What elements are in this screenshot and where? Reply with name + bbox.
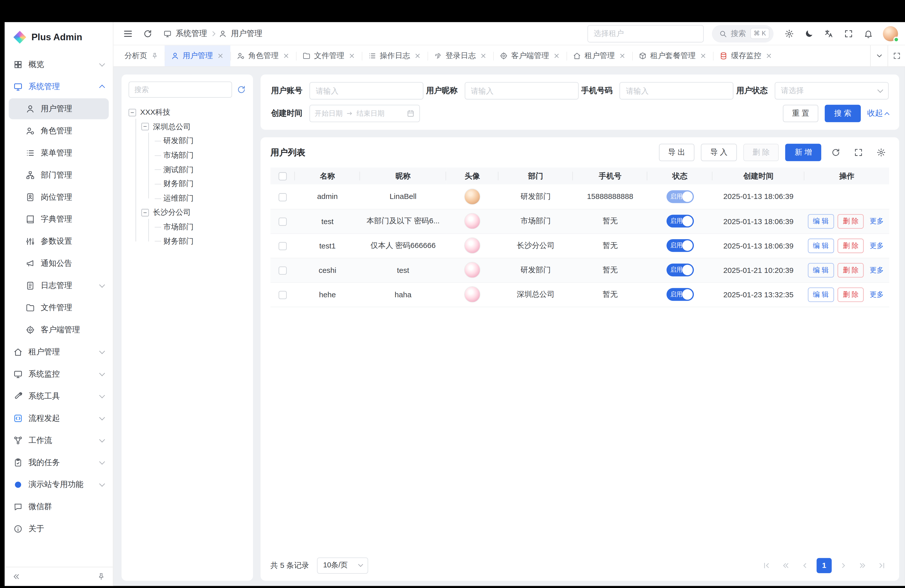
sidebar-item-wechat-group[interactable]: 微信群 — [5, 496, 113, 518]
sidebar-item-client-mgmt[interactable]: 客户端管理 — [5, 319, 113, 341]
row-checkbox[interactable] — [279, 242, 287, 250]
date-range-picker[interactable]: 开始日期 结束日期 — [310, 105, 420, 122]
account-input[interactable] — [310, 82, 423, 99]
page-number-current[interactable]: 1 — [816, 558, 832, 573]
row-checkbox[interactable] — [279, 193, 287, 201]
tenant-select-input[interactable] — [587, 25, 703, 42]
row-checkbox[interactable] — [279, 218, 287, 226]
tree-node-root[interactable]: XXX科技 — [129, 105, 246, 120]
row-checkbox[interactable] — [279, 266, 287, 274]
breadcrumb-parent[interactable]: 系统管理 — [176, 28, 207, 39]
close-icon[interactable] — [414, 52, 421, 59]
refresh-page-icon[interactable] — [140, 26, 156, 41]
sidebar-item-dict-mgmt[interactable]: 字典管理 — [5, 208, 113, 230]
nickname-input[interactable] — [465, 82, 578, 99]
prev-page-button[interactable] — [797, 558, 813, 573]
edit-button[interactable]: 编 辑 — [808, 287, 834, 302]
import-button[interactable]: 导 入 — [701, 144, 737, 161]
delete-row-button[interactable]: 删 除 — [838, 263, 864, 277]
status-toggle[interactable]: 启用 — [666, 190, 694, 203]
hamburger-menu-icon[interactable] — [121, 26, 135, 41]
sidebar-item-user-mgmt[interactable]: 用户管理 — [9, 99, 109, 119]
tab-operation-log[interactable]: 操作日志 — [362, 45, 427, 66]
sidebar-item-about[interactable]: 关于 — [5, 518, 113, 540]
more-button[interactable]: 更多 — [867, 287, 886, 302]
status-toggle[interactable]: 启用 — [666, 288, 694, 301]
export-button[interactable]: 导 出 — [659, 144, 695, 161]
collapse-box-icon[interactable] — [141, 209, 149, 216]
delete-row-button[interactable]: 删 除 — [838, 287, 864, 302]
reset-button[interactable]: 重 置 — [783, 105, 819, 122]
sidebar-item-demo-features[interactable]: 演示站专用功能 — [5, 474, 113, 496]
close-icon[interactable] — [700, 52, 707, 59]
more-button[interactable]: 更多 — [867, 238, 886, 253]
delete-row-button[interactable]: 删 除 — [838, 214, 864, 228]
global-search-button[interactable]: 搜索 ⌘ K — [712, 25, 773, 42]
tabs-fullscreen-icon[interactable] — [888, 45, 905, 66]
page-size-select[interactable]: 10条/页 — [317, 557, 368, 574]
sidebar-item-log-mgmt[interactable]: 日志管理 — [5, 275, 113, 297]
tab-file-mgmt[interactable]: 文件管理 — [296, 45, 362, 66]
language-icon[interactable] — [821, 26, 837, 41]
tab-tenant-mgmt[interactable]: 租户管理 — [566, 45, 632, 66]
sidebar-item-workflow[interactable]: 工作流 — [5, 429, 113, 451]
dark-mode-moon-icon[interactable] — [802, 26, 816, 41]
tab-login-log[interactable]: 登录日志 — [427, 45, 493, 66]
tab-role-mgmt[interactable]: 角色管理 — [230, 45, 296, 66]
close-icon[interactable] — [348, 52, 356, 59]
tabs-overflow-chevron-icon[interactable] — [870, 45, 888, 66]
select-all-checkbox[interactable] — [279, 172, 287, 180]
edit-button[interactable]: 编 辑 — [808, 263, 834, 277]
sidebar-item-menu-mgmt[interactable]: 菜单管理 — [5, 142, 113, 164]
edit-button[interactable]: 编 辑 — [808, 214, 834, 228]
close-icon[interactable] — [765, 52, 773, 59]
sidebar-item-overview[interactable]: 概览 — [5, 54, 113, 76]
tab-client-mgmt[interactable]: 客户端管理 — [493, 45, 567, 66]
sidebar-item-process-start[interactable]: 流程发起 — [5, 407, 113, 429]
sidebar-item-param-settings[interactable]: 参数设置 — [5, 230, 113, 253]
row-checkbox[interactable] — [279, 291, 287, 299]
tree-node-branch[interactable]: 长沙分公司 — [141, 205, 246, 220]
delete-row-button[interactable]: 删 除 — [838, 238, 864, 253]
table-refresh-icon[interactable] — [827, 145, 844, 161]
add-button[interactable]: 新 增 — [785, 144, 821, 161]
sidebar-item-tenant-mgmt[interactable]: 租户管理 — [5, 341, 113, 363]
user-avatar[interactable] — [883, 26, 898, 41]
pin-icon[interactable] — [151, 52, 158, 59]
sidebar-item-post-mgmt[interactable]: 岗位管理 — [5, 186, 113, 208]
tree-node-leaf[interactable]: 运维部门 — [154, 191, 246, 205]
tree-search-input[interactable] — [129, 81, 232, 98]
close-icon[interactable] — [480, 52, 487, 59]
search-button[interactable]: 搜 索 — [825, 105, 861, 122]
sidebar-item-dept-mgmt[interactable]: 部门管理 — [5, 164, 113, 186]
tab-user-mgmt[interactable]: 用户管理 — [165, 45, 230, 66]
first-page-button[interactable] — [759, 558, 774, 573]
tree-node-branch[interactable]: 深圳总公司 — [141, 120, 246, 134]
last-page-button[interactable] — [874, 558, 889, 573]
close-icon[interactable] — [283, 52, 290, 59]
fullscreen-icon[interactable] — [841, 26, 856, 41]
delete-button[interactable]: 删 除 — [743, 144, 779, 161]
prev-jump-button[interactable] — [778, 558, 793, 573]
tree-node-leaf[interactable]: 市场部门 — [154, 220, 246, 234]
collapse-sidebar-icon[interactable] — [12, 572, 21, 580]
sidebar-item-file-mgmt[interactable]: 文件管理 — [5, 297, 113, 319]
tab-analysis[interactable]: 分析页 — [118, 45, 165, 66]
gear-icon[interactable] — [781, 26, 797, 41]
status-toggle[interactable]: 启用 — [666, 239, 694, 252]
phone-input[interactable] — [620, 82, 734, 99]
pin-sidebar-icon[interactable] — [97, 572, 105, 580]
tree-refresh-icon[interactable] — [237, 85, 246, 94]
sidebar-item-my-tasks[interactable]: 我的任务 — [5, 451, 113, 474]
column-settings-gear-icon[interactable] — [873, 145, 889, 161]
tree-node-leaf[interactable]: 财务部门 — [154, 177, 246, 191]
status-select[interactable]: 请选择 — [775, 82, 889, 99]
bell-icon[interactable] — [861, 26, 876, 41]
sidebar-item-system-tools[interactable]: 系统工具 — [5, 385, 113, 407]
close-icon[interactable] — [217, 52, 224, 59]
more-button[interactable]: 更多 — [867, 214, 886, 228]
collapse-box-icon[interactable] — [129, 109, 136, 116]
edit-button[interactable]: 编 辑 — [808, 238, 834, 253]
collapse-filters-link[interactable]: 收起 — [867, 108, 889, 119]
status-toggle[interactable]: 启用 — [666, 215, 694, 227]
